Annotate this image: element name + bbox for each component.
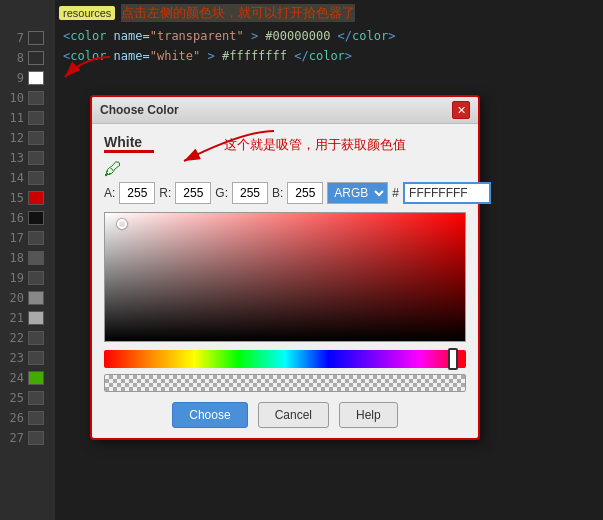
line-14: 14 (0, 168, 55, 188)
line-7: 7 (0, 28, 55, 48)
argb-mode-select[interactable]: ARGB RGB HSV (327, 182, 388, 204)
line-20: 20 (0, 288, 55, 308)
line-21: 21 (0, 308, 55, 328)
swatch-16[interactable] (28, 211, 44, 225)
line-18: 18 (0, 248, 55, 268)
line-11: 11 (0, 108, 55, 128)
swatch-27[interactable] (28, 431, 44, 445)
g-input[interactable] (232, 182, 268, 204)
swatch-10[interactable] (28, 91, 44, 105)
swatch-25[interactable] (28, 391, 44, 405)
help-button[interactable]: Help (339, 402, 398, 428)
swatch-13[interactable] (28, 151, 44, 165)
arrow-to-eyedropper (164, 126, 284, 171)
hue-handle[interactable] (448, 348, 458, 370)
choose-button[interactable]: Choose (172, 402, 247, 428)
argb-row: A: R: G: B: ARGB RGB HSV # (104, 182, 466, 204)
swatch-9[interactable] (28, 71, 44, 85)
swatch-12[interactable] (28, 131, 44, 145)
line-16: 16 (0, 208, 55, 228)
hue-slider-container (104, 350, 466, 368)
line-12: 12 (0, 128, 55, 148)
a-input[interactable] (119, 182, 155, 204)
line-26: 26 (0, 408, 55, 428)
hash-label: # (392, 186, 399, 200)
a-label: A: (104, 186, 115, 200)
g-label: G: (215, 186, 228, 200)
cancel-button[interactable]: Cancel (258, 402, 329, 428)
hue-slider[interactable] (104, 350, 466, 368)
alpha-slider-container (104, 374, 466, 392)
line-gutter: 7 8 9 10 11 12 13 14 15 16 17 18 19 20 2… (0, 0, 55, 520)
hex-input[interactable] (403, 182, 491, 204)
color-name-section: White 🖊 (104, 134, 154, 180)
line-22: 22 (0, 328, 55, 348)
swatch-8[interactable] (28, 51, 44, 65)
color-name-underline (104, 150, 154, 153)
dialog-close-button[interactable]: ✕ (452, 101, 470, 119)
swatch-21[interactable] (28, 311, 44, 325)
dialog-body: White 🖊 这个就是吸管，用于获取颜色值 A: R: G: (92, 124, 478, 438)
color-picker-dialog: Choose Color ✕ White 🖊 这个就是吸管，用于获取颜色值 (90, 95, 480, 440)
swatch-17[interactable] (28, 231, 44, 245)
resources-badge: resources (59, 6, 115, 20)
code-line-9: <color name="white" > #ffffffff </color> (55, 46, 603, 66)
dialog-title: Choose Color (100, 103, 179, 117)
dialog-buttons: Choose Cancel Help (104, 402, 466, 428)
swatch-26[interactable] (28, 411, 44, 425)
eyedropper-icon[interactable]: 🖊 (104, 159, 122, 179)
swatch-7[interactable] (28, 31, 44, 45)
gradient-handle[interactable] (117, 219, 127, 229)
annotation-bar: resources 点击左侧的颜色块，就可以打开拾色器了 (55, 0, 603, 26)
line-9: 9 (0, 68, 55, 88)
line-19: 19 (0, 268, 55, 288)
r-input[interactable] (175, 182, 211, 204)
line-23: 23 (0, 348, 55, 368)
line-10: 10 (0, 88, 55, 108)
b-label: B: (272, 186, 283, 200)
color-name-label: White (104, 134, 142, 150)
swatch-23[interactable] (28, 351, 44, 365)
swatch-15[interactable] (28, 191, 44, 205)
line-27: 27 (0, 428, 55, 448)
line-17: 17 (0, 228, 55, 248)
swatch-18[interactable] (28, 251, 44, 265)
line-13: 13 (0, 148, 55, 168)
line-15: 15 (0, 188, 55, 208)
annotation-text: 点击左侧的颜色块，就可以打开拾色器了 (121, 4, 355, 22)
color-gradient-picker[interactable] (104, 212, 466, 342)
line-24: 24 (0, 368, 55, 388)
line-8: 8 (0, 48, 55, 68)
swatch-24[interactable] (28, 371, 44, 385)
alpha-slider[interactable] (104, 374, 466, 392)
swatch-19[interactable] (28, 271, 44, 285)
dialog-title-bar: Choose Color ✕ (92, 97, 478, 124)
swatch-22[interactable] (28, 331, 44, 345)
swatch-14[interactable] (28, 171, 44, 185)
code-line-8: <color name="transparent" > #00000000 </… (55, 26, 603, 46)
swatch-11[interactable] (28, 111, 44, 125)
r-label: R: (159, 186, 171, 200)
b-input[interactable] (287, 182, 323, 204)
line-25: 25 (0, 388, 55, 408)
swatch-20[interactable] (28, 291, 44, 305)
